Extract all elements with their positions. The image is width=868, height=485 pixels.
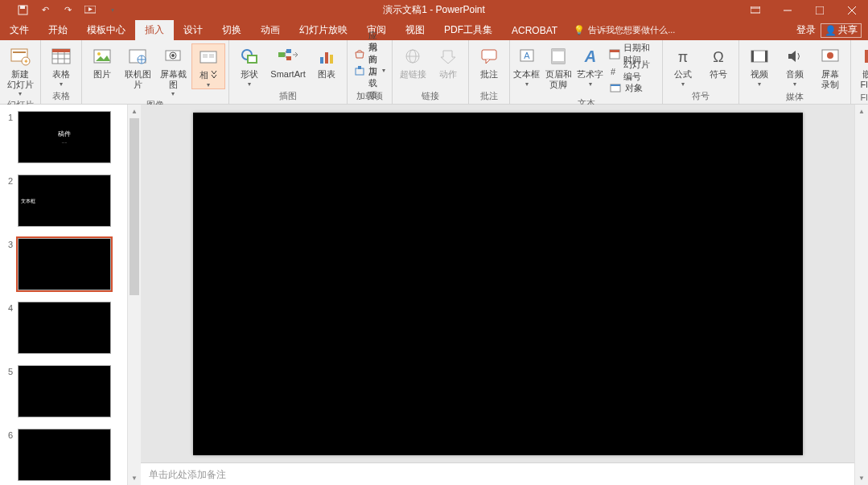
scroll-track[interactable] xyxy=(128,118,141,471)
tab-design[interactable]: 设计 xyxy=(174,20,212,40)
minimize-icon[interactable] xyxy=(771,0,804,20)
share-person-icon: 👤 xyxy=(825,25,837,36)
notes-pane[interactable]: 单击此处添加备注 xyxy=(141,462,854,485)
thumb-row: 2 文本框 xyxy=(5,175,124,227)
ribbon: ✦ 新建 幻灯片 ▾ 幻灯片 表格 ▾ 表格 图片 联机图片 xyxy=(0,40,868,105)
slide-thumb-1[interactable]: 稿件 ····· xyxy=(18,111,111,163)
shapes-button[interactable]: 形状 ▾ xyxy=(232,43,266,88)
tab-transitions[interactable]: 切换 xyxy=(212,20,251,40)
slide-canvas[interactable] xyxy=(193,113,803,455)
thumb-number: 6 xyxy=(5,429,13,440)
scroll-down-icon[interactable]: ▼ xyxy=(128,471,141,485)
qat-customize-icon[interactable]: ▾ xyxy=(106,4,119,17)
equation-button[interactable]: π 公式 ▾ xyxy=(666,43,700,88)
start-slideshow-icon[interactable] xyxy=(84,4,97,17)
slide-thumb-4[interactable] xyxy=(18,302,111,354)
textbox-button[interactable]: A 文本框 ▾ xyxy=(513,43,541,88)
tab-file[interactable]: 文件 xyxy=(0,20,39,40)
comment-button[interactable]: 批注 xyxy=(472,43,506,80)
flash-button[interactable]: f 嵌入 Flash xyxy=(854,43,868,89)
slidenum-icon: # xyxy=(609,64,620,77)
scroll-track[interactable] xyxy=(855,118,868,471)
scroll-up-icon[interactable]: ▲ xyxy=(128,105,141,118)
tab-view[interactable]: 视图 xyxy=(396,20,434,40)
undo-icon[interactable]: ↶ xyxy=(39,4,51,17)
login-link[interactable]: 登录 xyxy=(796,23,816,37)
action-button[interactable]: 动作 xyxy=(431,43,465,80)
close-icon[interactable] xyxy=(836,0,868,20)
shapes-label: 形状 xyxy=(241,69,258,80)
tab-home[interactable]: 开始 xyxy=(39,20,77,40)
main-scrollbar[interactable]: ▲ ▼ xyxy=(854,105,868,485)
album-icon xyxy=(196,46,220,68)
tab-pdf[interactable]: PDF工具集 xyxy=(434,20,502,40)
scroll-up-icon[interactable]: ▲ xyxy=(855,105,868,118)
tab-acrobat[interactable]: ACROBAT xyxy=(502,20,567,40)
header-footer-label: 页眉和页脚 xyxy=(542,69,576,89)
group-links: 超链接 动作 链接 xyxy=(393,40,469,104)
action-icon xyxy=(436,45,460,68)
my-addins-button[interactable]: 我的加载项 ▾ xyxy=(351,63,389,79)
wordart-button[interactable]: A 艺术字 ▾ xyxy=(577,43,604,88)
svg-point-25 xyxy=(171,54,175,57)
header-footer-button[interactable]: 页眉和页脚 xyxy=(542,43,576,89)
table-button[interactable]: 表格 ▾ xyxy=(44,43,78,88)
group-flash: f 嵌入 Flash Flash xyxy=(851,40,868,104)
screenrec-label: 屏幕 录制 xyxy=(821,69,839,89)
group-text: A 文本框 ▾ 页眉和页脚 A 艺术字 ▾ 日期和时间 # 幻灯片 xyxy=(510,40,663,104)
slide-canvas-wrap xyxy=(141,105,854,462)
slide-thumb-3[interactable] xyxy=(18,238,111,290)
share-button[interactable]: 👤 共享 xyxy=(821,23,862,38)
group-slides: ✦ 新建 幻灯片 ▾ 幻灯片 xyxy=(0,40,41,104)
svg-rect-1 xyxy=(20,6,25,9)
group-symbols-label: 符号 xyxy=(692,88,710,104)
tab-animations[interactable]: 动画 xyxy=(251,20,290,40)
video-button[interactable]: 视频 ▾ xyxy=(743,43,776,88)
tab-insert[interactable]: 插入 xyxy=(135,20,174,40)
slidenum-button[interactable]: # 幻灯片编号 xyxy=(606,63,659,79)
online-picture-button[interactable]: 联机图片 xyxy=(121,43,154,89)
tell-me-search[interactable]: 💡 告诉我您想要做什么... xyxy=(567,20,675,40)
album-button[interactable]: 相 ▾ xyxy=(191,43,225,89)
video-label: 视频 xyxy=(751,69,768,80)
thumbs-scrollbar[interactable]: ▲ ▼ xyxy=(127,105,141,485)
slide-thumb-6[interactable] xyxy=(18,429,111,481)
header-footer-icon xyxy=(546,45,570,68)
tab-template[interactable]: 模板中心 xyxy=(77,20,135,40)
tab-slideshow[interactable]: 幻灯片放映 xyxy=(290,20,357,40)
symbol-button[interactable]: Ω 符号 xyxy=(701,43,735,80)
maximize-icon[interactable] xyxy=(804,0,836,20)
hyperlink-button[interactable]: 超链接 xyxy=(396,43,430,80)
slide-thumbnails-pane[interactable]: 1 稿件 ····· 2 文本框 3 4 5 6 xyxy=(0,105,127,485)
save-icon[interactable] xyxy=(16,4,29,17)
redo-icon[interactable]: ↷ xyxy=(61,4,74,17)
object-button[interactable]: 对象 xyxy=(606,80,659,96)
svg-rect-6 xyxy=(816,6,824,14)
group-addins: 应用商店 我的加载项 ▾ 加载项 xyxy=(348,40,393,104)
svg-text:Ω: Ω xyxy=(713,49,723,65)
datetime-icon xyxy=(609,47,620,60)
video-icon xyxy=(747,45,771,68)
group-links-label: 链接 xyxy=(422,88,439,104)
chart-button[interactable]: 图表 xyxy=(310,43,343,80)
smartart-button[interactable]: SmartArt xyxy=(268,43,308,80)
comment-label: 批注 xyxy=(480,69,498,80)
scroll-down-icon[interactable]: ▼ xyxy=(855,471,868,485)
hyperlink-label: 超链接 xyxy=(400,69,426,80)
screenrec-button[interactable]: 屏幕 录制 xyxy=(813,43,847,89)
chevron-down-icon: ▾ xyxy=(525,81,529,88)
picture-button[interactable]: 图片 xyxy=(85,43,119,80)
slide-edit-area: 单击此处添加备注 xyxy=(141,105,854,485)
audio-button[interactable]: 音频 ▾ xyxy=(778,43,812,88)
screenshot-button[interactable]: 屏幕截图 ▾ xyxy=(156,43,190,97)
scroll-thumb[interactable] xyxy=(130,118,139,295)
new-slide-button[interactable]: ✦ 新建 幻灯片 ▾ xyxy=(3,43,37,97)
group-tables: 表格 ▾ 表格 xyxy=(41,40,82,104)
slide-thumb-2[interactable]: 文本框 xyxy=(18,175,111,227)
chevron-down-icon: ▾ xyxy=(758,81,761,88)
thumb-row: 6 xyxy=(5,429,124,481)
slide-thumb-5[interactable] xyxy=(18,365,111,417)
ribbon-display-icon[interactable] xyxy=(739,0,771,20)
svg-rect-38 xyxy=(358,66,361,69)
svg-text:π: π xyxy=(678,49,688,65)
